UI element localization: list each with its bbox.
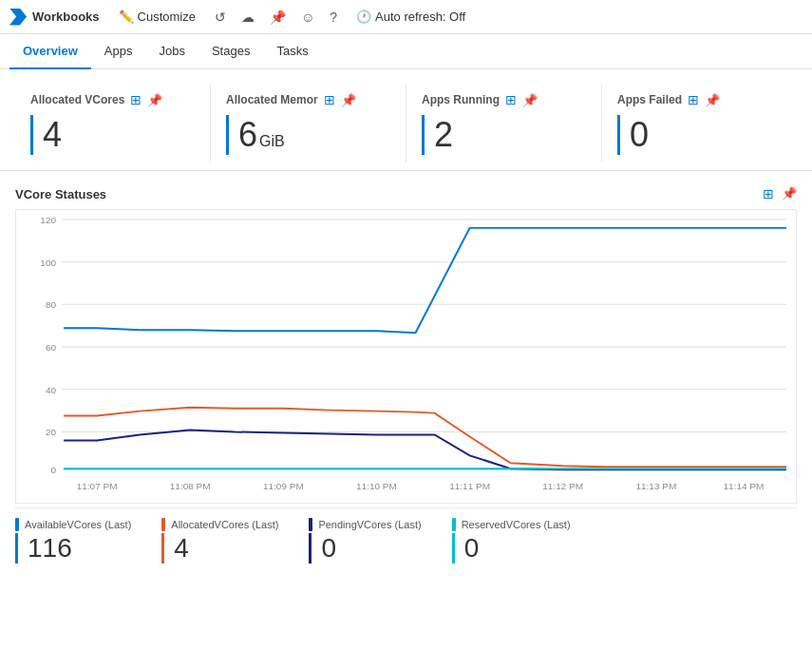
cloud-icon[interactable]: ☁ xyxy=(241,10,255,25)
svg-text:120: 120 xyxy=(40,215,56,225)
svg-text:11:11 PM: 11:11 PM xyxy=(449,481,490,491)
tab-stages[interactable]: Stages xyxy=(198,34,263,69)
legend-pending-color xyxy=(309,518,312,531)
svg-text:60: 60 xyxy=(46,342,57,353)
chart-title: VCore Statuses xyxy=(15,187,106,201)
legend-allocated-vcores: AllocatedVCores (Last) 4 xyxy=(161,518,278,564)
customize-button[interactable]: ✏️ Customize xyxy=(115,10,199,24)
svg-text:11:10 PM: 11:10 PM xyxy=(356,481,397,491)
legend-allocated-label: AllocatedVCores (Last) xyxy=(171,519,278,530)
svg-text:20: 20 xyxy=(46,427,57,437)
chart-section: VCore Statuses ⊞ 📌 120 100 80 60 40 20 0… xyxy=(0,171,812,583)
svg-text:11:14 PM: 11:14 PM xyxy=(724,481,765,491)
metric-apps-failed: Apps Failed ⊞ 📌 0 xyxy=(602,85,797,162)
legend-available-color xyxy=(15,518,19,531)
svg-text:11:09 PM: 11:09 PM xyxy=(263,481,304,491)
legend-pending-value: 0 xyxy=(309,533,421,564)
metric-vcores-title: Allocated VCores xyxy=(30,93,124,106)
pin-icon[interactable]: 📌 xyxy=(270,10,286,25)
toolbar: Workbooks ✏️ Customize ↺ ☁ 📌 ☺ ? 🕐 Auto … xyxy=(0,0,812,34)
svg-text:40: 40 xyxy=(46,385,57,395)
workbooks-label: Workbooks xyxy=(32,10,100,24)
metric-apps-running-title: Apps Running xyxy=(422,93,500,106)
metric-vcores-customize-icon[interactable]: ⊞ xyxy=(130,92,142,107)
metric-apps-running: Apps Running ⊞ 📌 2 xyxy=(406,85,602,162)
legend-pending-vcores: PendingVCores (Last) 0 xyxy=(309,518,421,564)
metric-apps-failed-pin-icon[interactable]: 📌 xyxy=(705,93,720,107)
svg-text:11:08 PM: 11:08 PM xyxy=(170,481,211,491)
svg-text:11:12 PM: 11:12 PM xyxy=(542,481,583,491)
legend-allocated-color xyxy=(161,518,165,531)
tab-overview[interactable]: Overview xyxy=(9,34,91,69)
auto-refresh-label: Auto refresh: Off xyxy=(375,10,465,24)
metric-memory-value: 6 xyxy=(238,115,257,155)
metric-vcores-value: 4 xyxy=(43,115,62,155)
metric-apps-running-value: 2 xyxy=(434,115,453,155)
svg-text:11:07 PM: 11:07 PM xyxy=(77,481,118,491)
metric-apps-running-customize-icon[interactable]: ⊞ xyxy=(505,92,517,107)
legend-allocated-value: 4 xyxy=(161,533,278,564)
auto-refresh-icon: 🕐 xyxy=(356,10,371,24)
metric-vcores-pin-icon[interactable]: 📌 xyxy=(147,93,162,107)
legend-available-value: 116 xyxy=(15,533,131,564)
legend-reserved-color xyxy=(452,518,456,531)
svg-text:11:13 PM: 11:13 PM xyxy=(635,481,676,491)
legend-reserved-label: ReservedVCores (Last) xyxy=(462,519,571,530)
metric-apps-failed-title: Apps Failed xyxy=(617,93,682,106)
customize-icon: ✏️ xyxy=(119,10,134,24)
legend-pending-label: PendingVCores (Last) xyxy=(318,519,421,530)
metric-apps-failed-value: 0 xyxy=(630,115,649,155)
workbooks-button[interactable]: Workbooks xyxy=(9,9,100,26)
nav-tabs: Overview Apps Jobs Stages Tasks xyxy=(0,34,812,69)
metric-apps-failed-customize-icon[interactable]: ⊞ xyxy=(688,92,699,107)
vcore-chart-svg: 120 100 80 60 40 20 0 11:07 PM 11:08 PM … xyxy=(16,210,796,503)
auto-refresh-control[interactable]: 🕐 Auto refresh: Off xyxy=(356,10,465,24)
metric-memory-customize-icon[interactable]: ⊞ xyxy=(324,92,335,107)
legend-reserved-vcores: ReservedVCores (Last) 0 xyxy=(452,518,571,564)
legend-available-vcores: AvailableVCores (Last) 116 xyxy=(15,518,131,564)
legend-reserved-value: 0 xyxy=(452,533,571,564)
svg-text:100: 100 xyxy=(40,258,56,268)
metric-memory-title: Allocated Memor xyxy=(226,93,318,106)
metric-apps-running-pin-icon[interactable]: 📌 xyxy=(522,93,538,107)
chart-area: 120 100 80 60 40 20 0 11:07 PM 11:08 PM … xyxy=(15,209,797,504)
chart-legend: AvailableVCores (Last) 116 AllocatedVCor… xyxy=(15,507,797,567)
metrics-row: Allocated VCores ⊞ 📌 4 Allocated Memor ⊞… xyxy=(0,69,812,171)
svg-text:80: 80 xyxy=(46,299,57,310)
metric-allocated-memory: Allocated Memor ⊞ 📌 6 GiB xyxy=(211,85,406,162)
chart-header: VCore Statuses ⊞ 📌 xyxy=(15,186,797,201)
tab-apps[interactable]: Apps xyxy=(91,34,146,69)
svg-text:0: 0 xyxy=(50,465,56,475)
tab-jobs[interactable]: Jobs xyxy=(145,34,198,69)
emoji-icon[interactable]: ☺ xyxy=(301,10,314,25)
workbooks-icon xyxy=(9,9,27,26)
help-icon[interactable]: ? xyxy=(330,10,337,25)
metric-memory-pin-icon[interactable]: 📌 xyxy=(341,93,356,107)
metric-memory-unit: GiB xyxy=(259,133,285,150)
metric-allocated-vcores: Allocated VCores ⊞ 📌 4 xyxy=(15,85,211,162)
chart-customize-icon[interactable]: ⊞ xyxy=(763,186,774,201)
chart-pin-icon[interactable]: 📌 xyxy=(782,186,797,201)
customize-label: Customize xyxy=(138,10,196,24)
refresh-icon[interactable]: ↺ xyxy=(215,10,226,25)
legend-available-label: AvailableVCores (Last) xyxy=(25,519,131,530)
tab-tasks[interactable]: Tasks xyxy=(263,34,321,69)
